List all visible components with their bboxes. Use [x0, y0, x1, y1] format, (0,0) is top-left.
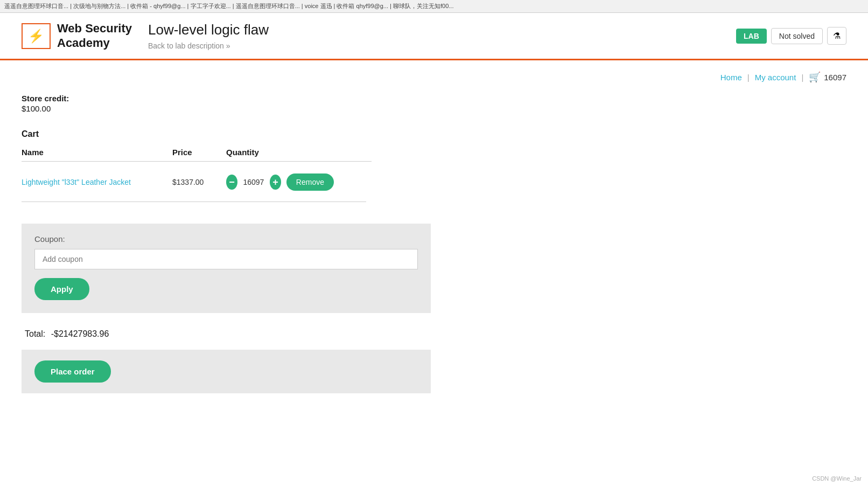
cart-table-header: Name Price Quantity — [22, 148, 372, 162]
logo-text: Web Security Academy — [57, 22, 132, 50]
flask-icon: ⚗ — [833, 31, 841, 41]
table-row: Lightweight "l33t" Leather Jacket $1337.… — [22, 168, 372, 196]
logo-bolt-icon: ⚡ — [28, 29, 44, 44]
store-credit-amount: $100.00 — [22, 104, 846, 113]
nav-separator-2: | — [801, 73, 803, 82]
quantity-control: − 16097 + Remove — [226, 173, 334, 191]
lab-badge-area: LAB Not solved ⚗ — [736, 27, 846, 45]
logo-box: ⚡ — [22, 23, 51, 49]
product-price: $1337.00 — [172, 178, 226, 186]
cart-divider — [22, 202, 366, 202]
nav-separator-1: | — [747, 73, 750, 82]
double-chevron-icon: » — [226, 41, 230, 50]
top-nav: Home | My account | 🛒 16097 — [0, 60, 868, 88]
page-title: Low-level logic flaw — [148, 22, 736, 38]
back-to-lab-link[interactable]: Back to lab description » — [148, 41, 736, 50]
total-amount: -$21427983.96 — [51, 329, 109, 338]
total-row: Total: -$21427983.96 — [22, 329, 846, 339]
browser-tabs: 遥遥自意图理环球口音... | 次级地与别物方法... | 收件箱 - qhyf… — [0, 0, 868, 13]
total-section: Total: -$21427983.96 — [0, 324, 868, 350]
cart-section: Cart Name Price Quantity Lightweight "l3… — [0, 124, 868, 224]
cart-table: Name Price Quantity Lightweight "l33t" L… — [22, 148, 372, 202]
remove-item-button[interactable]: Remove — [286, 173, 334, 191]
not-solved-badge: Not solved — [771, 28, 823, 44]
coupon-input[interactable] — [34, 249, 418, 269]
place-order-section: Place order — [22, 350, 431, 393]
quantity-value: 16097 — [243, 178, 264, 186]
product-link[interactable]: Lightweight "l33t" Leather Jacket — [22, 178, 172, 186]
col-quantity-header: Quantity — [226, 148, 334, 157]
coupon-label: Coupon: — [34, 234, 418, 244]
total-label: Total: — [25, 329, 45, 338]
col-price-header: Price — [172, 148, 226, 157]
header-title-area: Low-level logic flaw Back to lab descrip… — [148, 22, 736, 50]
home-link[interactable]: Home — [720, 73, 742, 82]
my-account-link[interactable]: My account — [755, 73, 796, 82]
logo-area[interactable]: ⚡ Web Security Academy — [22, 22, 132, 50]
col-name-header: Name — [22, 148, 172, 157]
apply-coupon-button[interactable]: Apply — [34, 278, 89, 300]
cart-count: 16097 — [824, 73, 846, 82]
coupon-section: Coupon: Apply — [22, 224, 431, 313]
place-order-button[interactable]: Place order — [34, 360, 111, 383]
decrease-qty-button[interactable]: − — [226, 175, 237, 190]
increase-qty-button[interactable]: + — [270, 175, 281, 190]
store-credit-section: Store credit: $100.00 — [0, 88, 868, 124]
page-header: ⚡ Web Security Academy Low-level logic f… — [0, 13, 868, 59]
lab-badge: LAB — [736, 29, 767, 44]
flask-button[interactable]: ⚗ — [827, 27, 846, 45]
cart-icon: 🛒 — [809, 71, 821, 83]
store-credit-label: Store credit: — [22, 94, 846, 103]
cart-area[interactable]: 🛒 16097 — [809, 71, 846, 83]
cart-heading: Cart — [22, 129, 846, 139]
